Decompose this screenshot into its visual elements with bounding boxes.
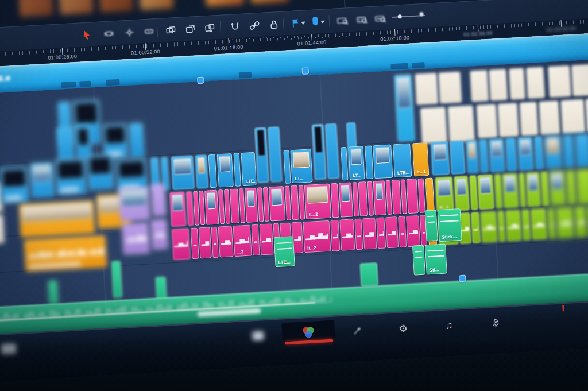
clip[interactable] [186, 191, 194, 226]
clip[interactable] [431, 141, 450, 176]
clip[interactable] [494, 174, 502, 209]
clip[interactable] [341, 147, 348, 180]
clip[interactable] [0, 167, 29, 204]
clip[interactable]: ▂▅▃▇▄ [480, 211, 498, 243]
clip[interactable] [469, 175, 478, 210]
clip[interactable] [563, 134, 575, 168]
clip[interactable] [55, 158, 87, 195]
edit-page-button[interactable] [252, 331, 264, 340]
clip[interactable] [497, 103, 519, 137]
clip[interactable] [566, 170, 577, 205]
clip-labeled[interactable]: LT... [348, 146, 365, 180]
clip[interactable] [509, 68, 525, 99]
clip[interactable] [571, 64, 588, 96]
clip[interactable]: ▂▅▃▇▄▆ [556, 207, 575, 239]
clip[interactable] [539, 100, 560, 135]
clip[interactable]: ▂▅▃ [354, 219, 363, 250]
clip[interactable] [360, 262, 378, 287]
clip-labeled[interactable]: ▂▅▃▇▄▆...2 [233, 224, 252, 257]
clip[interactable]: ▂▅▃▇▄▆▁▅▇ [122, 222, 150, 254]
clip[interactable] [392, 180, 401, 215]
deliver-page-button[interactable] [487, 315, 502, 331]
clip[interactable] [540, 171, 549, 206]
clip[interactable] [450, 141, 465, 175]
clip-labeled[interactable]: ▂▅▃▇▄▆▁▅▇It...2 [303, 220, 331, 253]
clip[interactable] [169, 192, 186, 227]
clip[interactable] [57, 126, 75, 161]
clip-labeled[interactable]: LTE... [241, 152, 257, 186]
clip[interactable] [87, 154, 114, 190]
clip[interactable]: ▂▅▃▇ [574, 206, 587, 238]
clip[interactable]: ▂▅▃▇ [218, 226, 234, 257]
clip[interactable] [48, 280, 58, 305]
clip[interactable] [466, 140, 479, 173]
clip[interactable] [217, 153, 234, 187]
clip[interactable]: ▂▅▃ [252, 224, 260, 256]
media-page-button[interactable] [1, 344, 17, 355]
clip[interactable] [502, 173, 519, 208]
timeline-marker[interactable] [301, 67, 309, 75]
clip[interactable] [268, 126, 282, 182]
clip[interactable] [407, 179, 419, 214]
clip[interactable] [373, 145, 393, 179]
clip-labeled[interactable]: It...1 [435, 177, 454, 212]
clip[interactable] [245, 188, 258, 223]
clip[interactable]: ▂▅▃ [398, 216, 407, 247]
clip[interactable] [234, 153, 241, 186]
clip[interactable]: ▂▅▃ [471, 212, 481, 243]
clip[interactable]: ▂▅▃▇ [406, 215, 420, 247]
clip[interactable] [365, 145, 373, 179]
clip[interactable] [425, 210, 438, 241]
clip[interactable] [0, 214, 5, 244]
clip[interactable] [489, 69, 508, 101]
clip[interactable] [283, 150, 291, 183]
clip[interactable] [254, 127, 269, 183]
color-page-button-active[interactable] [281, 320, 335, 346]
clip[interactable] [394, 74, 415, 141]
clip[interactable] [331, 183, 339, 218]
fairlight-page-button[interactable]: ♫ [441, 318, 457, 334]
clip[interactable]: ▂▅▃ [497, 211, 506, 242]
clip[interactable]: ▂▅▃▇▄ [531, 208, 547, 240]
clip-labeled[interactable]: Sti... [425, 244, 447, 275]
clip[interactable]: ▂▅▃▇▄▆ [172, 228, 191, 260]
clip[interactable] [548, 171, 566, 206]
clip[interactable] [420, 107, 447, 144]
clip[interactable]: ▂▅▃ [521, 209, 531, 241]
timeline-marker[interactable] [197, 77, 204, 84]
clip[interactable] [102, 123, 128, 159]
clip[interactable] [548, 65, 571, 98]
clip[interactable]: ▂▅▃▇ [199, 227, 212, 258]
clip-labeled[interactable]: Stick... [438, 208, 462, 242]
timeline-marker[interactable] [459, 275, 466, 282]
clip[interactable] [519, 102, 538, 136]
clip[interactable] [195, 155, 208, 189]
clip[interactable]: ▂▅▃▇ [362, 218, 377, 249]
clip[interactable] [291, 185, 299, 220]
clip[interactable] [477, 104, 498, 138]
fusion-page-button[interactable] [349, 323, 365, 339]
clip[interactable] [585, 98, 588, 132]
clip[interactable]: ▂▅▃ [376, 217, 386, 249]
clip[interactable] [505, 137, 517, 171]
clip[interactable] [415, 73, 438, 105]
clip[interactable] [129, 123, 144, 158]
clip[interactable]: ▂▅▃▇▄ [505, 210, 522, 241]
clip[interactable] [312, 124, 326, 180]
clip[interactable] [477, 175, 494, 210]
clip[interactable] [30, 162, 55, 198]
clip[interactable] [230, 189, 239, 224]
clip[interactable]: ▂▅▃▇ [339, 219, 355, 250]
clip[interactable] [448, 105, 475, 142]
clip[interactable] [269, 186, 285, 221]
clip[interactable] [412, 245, 425, 276]
settings-gear-button[interactable]: ⚙ [395, 320, 411, 336]
clip[interactable] [544, 135, 563, 169]
clip[interactable] [339, 183, 353, 218]
clip[interactable] [204, 190, 219, 225]
clip[interactable] [560, 99, 585, 134]
clip[interactable] [325, 123, 339, 179]
clip-labeled[interactable]: LT... [290, 149, 312, 183]
clip[interactable] [358, 181, 368, 216]
clip[interactable] [19, 200, 95, 238]
